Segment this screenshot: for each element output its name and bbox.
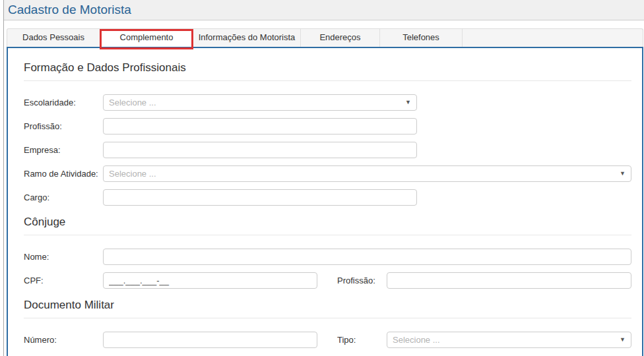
page-header: Cadastro de Motorista [4,0,644,20]
conjuge-profissao-input[interactable] [387,272,631,289]
tab-label: Endereços [319,32,360,42]
tab-label: Dados Pessoais [22,32,84,42]
section-title-formacao: Formação e Dados Profissionais [24,61,631,81]
ramo-de-atividade-select[interactable]: Selecione ... ▼ [103,165,631,182]
select-placeholder: Selecione ... [393,335,440,345]
form-row-cargo: Cargo: [24,189,631,206]
field-label: Cargo: [24,193,103,202]
field-label: Profissão: [24,121,103,131]
form-row-cpf-profissao: CPF: Profissão: [24,272,631,289]
empresa-input[interactable] [103,142,417,158]
field-label: Empresa: [24,145,103,155]
tab-label: Complemento [120,32,174,42]
tab-dados-pessoais[interactable]: Dados Pessoais [7,29,100,47]
section-title-conjuge: Cônjuge [24,216,631,235]
escolaridade-select[interactable]: Selecione ... ▼ [103,94,417,111]
chevron-down-icon: ▼ [620,171,626,177]
field-label: Escolaridade: [24,98,103,107]
form-row-escolaridade: Escolaridade: Selecione ... ▼ [24,94,631,111]
tab-bar: Dados Pessoais Complemento Informações d… [7,28,643,47]
field-label: Ramo de Atividade: [24,169,103,179]
select-placeholder: Selecione ... [109,169,156,179]
profissao-input[interactable] [103,118,417,134]
form-row-nome: Nome: [24,249,631,265]
conjuge-nome-input[interactable] [103,249,631,265]
tab-content-panel: Formação e Dados Profissionais Escolarid… [7,47,643,356]
tab-telefones[interactable]: Telefones [380,29,463,47]
form-row-ramo-de-atividade: Ramo de Atividade: Selecione ... ▼ [24,165,631,182]
field-label: Número: [24,335,103,345]
tab-label: Telefones [402,32,439,42]
field-label: Tipo: [337,335,387,345]
field-label: Nome: [24,252,103,262]
select-placeholder: Selecione ... [109,98,156,107]
page-title: Cadastro de Motorista [8,3,131,17]
field-label: CPF: [24,276,103,285]
militar-numero-input[interactable] [103,332,317,348]
tab-complemento[interactable]: Complemento [100,29,193,47]
window-left-border [3,0,4,356]
tab-informacoes-do-motorista[interactable]: Informações do Motorista [193,29,301,47]
chevron-down-icon: ▼ [405,100,411,105]
militar-tipo-select[interactable]: Selecione ... ▼ [387,332,631,348]
form-row-empresa: Empresa: [24,142,631,158]
field-label: Profissão: [337,276,387,285]
conjuge-cpf-input[interactable] [103,272,317,289]
tab-label: Informações do Motorista [199,32,296,42]
section-title-documento-militar: Documento Militar [24,299,631,318]
tab-enderecos[interactable]: Endereços [301,29,380,47]
cargo-input[interactable] [103,189,417,206]
form-row-numero-tipo: Número: Tipo: Selecione ... ▼ [24,332,631,348]
form-row-profissao: Profissão: [24,118,631,134]
chevron-down-icon: ▼ [620,337,626,343]
